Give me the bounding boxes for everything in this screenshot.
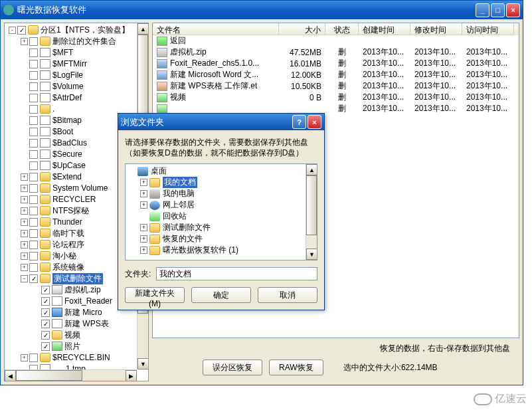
tree-item[interactable]: 新建 WPS表 <box>6 318 147 329</box>
minimize-button[interactable]: _ <box>476 3 489 17</box>
expander-icon[interactable]: + <box>21 241 28 249</box>
col-status[interactable]: 状态 <box>325 23 359 35</box>
checkbox[interactable] <box>29 184 38 193</box>
checkbox[interactable] <box>41 308 50 317</box>
ok-button[interactable]: 确定 <box>191 287 251 303</box>
expander-icon[interactable]: + <box>140 235 147 243</box>
tree-item[interactable]: +删除过的文件集合 <box>6 36 147 47</box>
folder-name-input[interactable] <box>156 267 317 280</box>
scroll-thumb-h[interactable] <box>16 370 82 381</box>
expander-icon[interactable]: + <box>21 173 28 181</box>
dlg-scroll-thumb[interactable] <box>306 175 317 235</box>
dialog-tree-item[interactable]: +我的电脑 <box>127 188 315 199</box>
col-atime[interactable]: 访问时间 <box>462 23 514 35</box>
tree-item[interactable]: 视频 <box>6 330 147 340</box>
checkbox[interactable] <box>29 161 38 170</box>
dlg-scroll-down-button[interactable]: ▼ <box>306 249 317 260</box>
expander-icon[interactable]: + <box>21 207 28 215</box>
checkbox[interactable] <box>41 331 50 340</box>
expander-icon[interactable]: - <box>9 27 16 34</box>
scroll-up-button[interactable]: ▲ <box>137 23 149 35</box>
scroll-right-button[interactable]: ▶ <box>126 370 137 381</box>
expander-icon[interactable]: + <box>140 247 147 254</box>
checkbox[interactable] <box>29 49 38 57</box>
scroll-left-button[interactable]: ◀ <box>5 370 16 381</box>
checkbox[interactable] <box>29 274 38 283</box>
expander-icon[interactable]: - <box>21 275 28 282</box>
checkbox[interactable] <box>29 71 38 80</box>
title-bar[interactable]: 曙光数据恢复软件 _ □ × <box>1 1 523 19</box>
expander-icon[interactable]: + <box>21 354 28 361</box>
checkbox[interactable] <box>41 297 50 306</box>
expander-icon[interactable]: + <box>21 264 28 271</box>
col-name[interactable]: 文件名 <box>153 23 279 35</box>
dialog-tree-scrollbar[interactable]: ▲ ▼ <box>306 164 317 260</box>
tree-item[interactable]: +$RECYCLE.BIN <box>6 352 147 363</box>
checkbox[interactable] <box>17 26 26 35</box>
expander-icon[interactable]: + <box>21 196 28 203</box>
checkbox[interactable] <box>29 60 38 68</box>
expander-icon[interactable]: + <box>21 185 28 192</box>
checkbox[interactable] <box>29 207 38 215</box>
checkbox[interactable] <box>29 94 38 102</box>
tree-item[interactable]: 照片 <box>6 341 147 352</box>
list-row[interactable]: 视频0 B删2013年10...2013年10...2013年10... <box>153 92 519 103</box>
dialog-tree-item[interactable]: +网上邻居 <box>127 199 315 211</box>
tree-scrollbar-h[interactable]: ◀ ▶ <box>5 369 137 381</box>
dialog-tree-item[interactable]: +我的文档 <box>127 177 315 188</box>
expander-icon[interactable]: + <box>21 219 28 226</box>
tree-item[interactable]: $Volume <box>6 81 147 92</box>
checkbox[interactable] <box>29 173 38 181</box>
maximize-button[interactable]: □ <box>491 3 505 17</box>
expander-icon[interactable]: + <box>140 201 147 209</box>
dialog-tree-item[interactable]: 桌面 <box>127 165 315 177</box>
list-row[interactable]: 新建 Microsoft Word 文...12.00KB删2013年10...… <box>153 69 519 80</box>
checkbox[interactable] <box>29 128 38 136</box>
checkbox[interactable] <box>29 263 38 272</box>
checkbox[interactable] <box>29 195 38 204</box>
dlg-scroll-up-button[interactable]: ▲ <box>306 164 317 175</box>
dialog-title-bar[interactable]: 浏览文件夹 ? × <box>118 114 324 130</box>
list-row[interactable]: 返回 <box>153 35 519 47</box>
tree-item[interactable]: $AttrDef <box>6 92 147 103</box>
new-folder-button[interactable]: 新建文件夹(M) <box>125 287 185 303</box>
checkbox[interactable] <box>29 252 38 260</box>
expander-icon[interactable]: + <box>21 253 28 260</box>
col-ctime[interactable]: 创建时间 <box>359 23 410 35</box>
expander-icon[interactable]: + <box>140 224 147 231</box>
list-row[interactable]: 新建 WPS表格 工作簿.et10.50KB删2013年10...2013年10… <box>153 80 519 92</box>
expander-icon[interactable]: + <box>21 38 28 45</box>
bad-partition-button[interactable]: 误分区恢复 <box>203 359 262 375</box>
checkbox[interactable] <box>41 342 50 351</box>
cancel-button[interactable]: 取消 <box>258 287 317 303</box>
checkbox[interactable] <box>41 320 50 328</box>
checkbox[interactable] <box>29 241 38 249</box>
dialog-help-button[interactable]: ? <box>292 115 306 129</box>
dialog-tree-item[interactable]: +曙光数据恢复软件 (1) <box>127 245 315 256</box>
checkbox[interactable] <box>41 286 50 294</box>
checkbox[interactable] <box>29 150 38 159</box>
tree-item[interactable]: -分区1【NTFS，实验盘】 <box>6 25 147 35</box>
checkbox[interactable] <box>29 105 38 114</box>
dialog-tree-item[interactable]: +恢复的文件 <box>127 233 315 245</box>
checkbox[interactable] <box>29 139 38 148</box>
scroll-down-button[interactable]: ▼ <box>137 358 149 369</box>
expander-icon[interactable]: + <box>21 230 28 237</box>
list-row[interactable]: Foxit_Reader_chs5.1.0...16.01MB删2013年10.… <box>153 58 519 69</box>
checkbox[interactable] <box>29 116 38 125</box>
expander-icon[interactable]: + <box>140 190 147 197</box>
list-row[interactable]: 虚拟机.zip47.52MB删2013年10...2013年10...2013年… <box>153 47 519 58</box>
checkbox[interactable] <box>29 354 38 362</box>
checkbox[interactable] <box>29 82 38 91</box>
col-size[interactable]: 大小 <box>279 23 325 35</box>
expander-icon[interactable]: + <box>140 179 147 186</box>
tree-item[interactable]: $MFT <box>6 47 147 58</box>
checkbox[interactable] <box>29 218 38 227</box>
col-mtime[interactable]: 修改时间 <box>410 23 462 35</box>
tree-item[interactable]: $LogFile <box>6 70 147 80</box>
checkbox[interactable] <box>29 229 38 238</box>
dialog-close-button[interactable]: × <box>308 115 321 129</box>
dialog-tree-item[interactable]: 回收站 <box>127 211 315 222</box>
raw-recover-button[interactable]: RAW恢复 <box>269 359 323 375</box>
checkbox[interactable] <box>29 37 38 46</box>
